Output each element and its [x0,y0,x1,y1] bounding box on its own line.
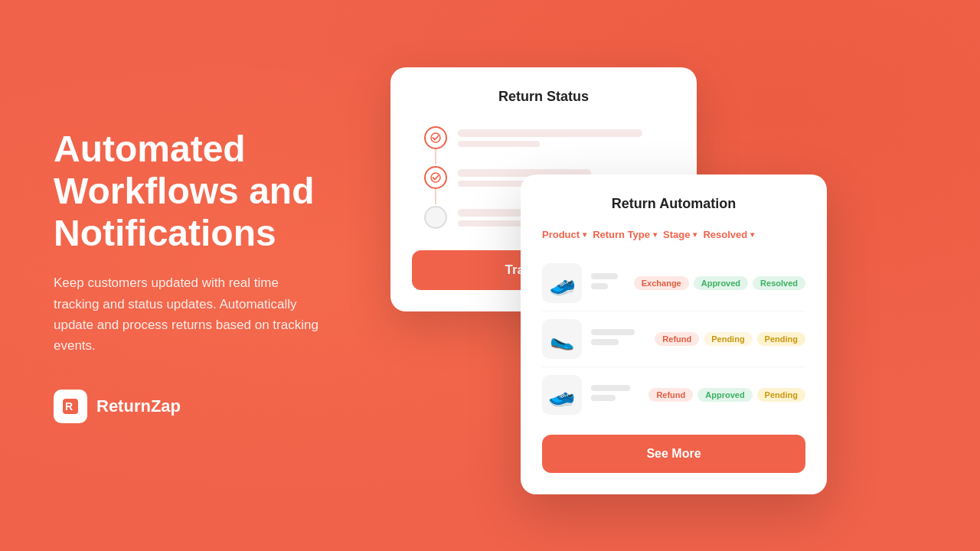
product-bar-sub-1 [591,283,608,289]
filter-stage[interactable]: Stage ▾ [663,227,697,242]
badges-2: Refund Pending Pending [655,332,805,346]
product-bar-sub-3 [591,395,616,401]
badge-stage-2: Pending [704,332,752,346]
badge-return-type-3: Refund [648,388,693,402]
product-info-2 [591,329,645,349]
brand-name: ReturnZap [96,396,181,416]
filter-row: Product ▾ Return Type ▾ Stage ▾ Resolved… [542,227,805,242]
badge-resolved-1: Resolved [753,276,805,290]
timeline-bar-main-1 [458,129,642,137]
product-bar-3 [591,385,630,391]
badge-resolved-2: Pending [757,332,805,346]
product-row-1: 👟 Exchange Approved Resolved [542,256,805,311]
automation-title: Return Automation [542,196,805,212]
chevron-down-icon: ▾ [583,230,586,239]
headline: Automated Workflows and Notifications [54,128,322,255]
product-thumb-1: 👟 [542,263,582,303]
product-info-3 [591,385,639,405]
svg-text:R: R [65,400,73,412]
product-info-1 [591,273,625,293]
product-row-3: 👟 Refund Approved Pending [542,367,805,422]
badge-resolved-3: Pending [757,388,805,402]
timeline-dot-1 [424,126,447,149]
subtext: Keep customers updated with real time tr… [54,272,322,356]
timeline-dot-3 [424,206,447,229]
product-bar-sub-2 [591,339,619,345]
brand-icon: R [54,390,87,423]
filter-return-type[interactable]: Return Type ▾ [593,227,657,242]
timeline-content-1 [458,129,663,147]
badges-3: Refund Approved Pending [648,388,805,402]
product-thumb-2: 🥿 [542,319,582,359]
return-status-title: Return Status [412,89,675,105]
left-section: Automated Workflows and Notifications Ke… [0,82,368,469]
product-thumb-3: 👟 [542,375,582,415]
badge-stage-1: Approved [694,276,748,290]
right-section: Return Status [368,0,980,551]
timeline-dot-2 [424,166,447,189]
product-bar-1 [591,273,618,279]
badge-stage-3: Approved [697,388,752,402]
timeline-item-1 [424,126,663,149]
product-row-2: 🥿 Refund Pending Pending [542,311,805,367]
see-more-button[interactable]: See More [542,435,805,473]
badge-return-type-1: Exchange [634,276,689,290]
return-automation-card: Return Automation Product ▾ Return Type … [521,174,827,494]
chevron-down-icon: ▾ [693,230,697,239]
chevron-down-icon: ▾ [750,230,754,239]
brand: R ReturnZap [54,390,322,423]
timeline-bar-sub-1 [458,141,540,147]
page-wrapper: Automated Workflows and Notifications Ke… [0,0,980,551]
filter-product[interactable]: Product ▾ [542,227,586,242]
filter-resolved[interactable]: Resolved ▾ [703,227,754,242]
badge-return-type-2: Refund [655,332,699,346]
chevron-down-icon: ▾ [653,230,657,239]
badges-1: Exchange Approved Resolved [634,276,805,290]
product-bar-2 [591,329,635,335]
